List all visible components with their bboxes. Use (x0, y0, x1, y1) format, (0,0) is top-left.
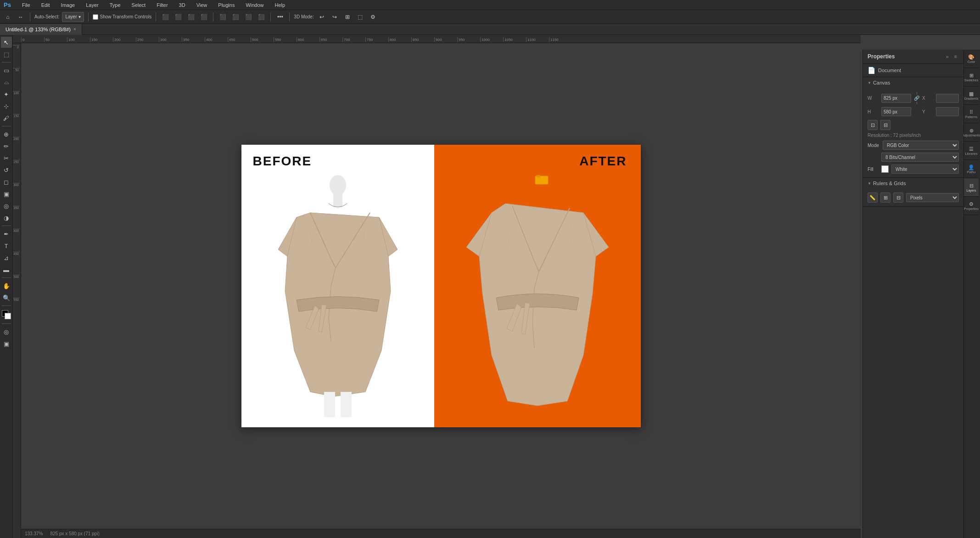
show-transform-checkbox[interactable] (93, 14, 98, 20)
menu-window[interactable]: Window (244, 1, 265, 9)
align-right-btn[interactable]: ⬛ (186, 12, 196, 22)
canvas-resize-btn[interactable]: ⊡ (868, 120, 878, 130)
canvas-section-header[interactable]: ▼ Canvas (863, 77, 963, 88)
marquee-tool[interactable]: ▭ (1, 65, 12, 76)
show-transform-label[interactable]: Show Transform Controls (93, 14, 152, 20)
rulers-grids-section: ▼ Rulers & Grids 📏 ⊞ ⊟ Pixels (863, 178, 963, 207)
ruler-mark-v: 400 (13, 229, 20, 252)
align-distribute-btn[interactable]: ⬛ (256, 12, 266, 22)
quick-mask-btn[interactable]: ◎ (1, 326, 12, 337)
history-brush[interactable]: ↺ (1, 164, 12, 176)
align-left-btn[interactable]: ⬛ (160, 12, 170, 22)
ruler-btn[interactable]: 📏 (868, 193, 878, 203)
brush-tool[interactable]: ✏ (1, 141, 12, 152)
color-panel-btn[interactable]: 🎨 Color (964, 50, 979, 68)
grid-btn[interactable]: ⊞ (880, 193, 890, 203)
menu-type[interactable]: Type (108, 1, 123, 9)
document-tab[interactable]: Untitled-1 @ 133% (RGB/8#) × (0, 24, 82, 35)
healing-tool[interactable]: ⊕ (1, 129, 12, 140)
undo-btn[interactable]: ↩ (317, 12, 327, 22)
align-bottom-btn[interactable]: ⬛ (243, 12, 253, 22)
document-canvas[interactable]: BEFORE (241, 145, 641, 427)
ruler-mark: 200 (113, 37, 136, 42)
rulers-collapse-arrow: ▼ (868, 181, 871, 186)
bit-depth-select[interactable]: 8 Bits/Channel (881, 153, 959, 162)
clone-tool[interactable]: ✂ (1, 153, 12, 164)
align-top-btn[interactable]: ⬛ (218, 12, 228, 22)
menu-filter[interactable]: Filter (155, 1, 169, 9)
menu-3d[interactable]: 3D (177, 1, 187, 9)
arrange-btn[interactable]: ⊞ (342, 12, 353, 22)
mode-select[interactable]: RGB Color (883, 141, 959, 150)
align-spacer-btn[interactable]: ⬛ (199, 12, 209, 22)
fill-select[interactable]: White (891, 164, 959, 174)
move-tool[interactable]: ↖ (1, 37, 12, 48)
canvas-fit-btn[interactable]: ⊟ (880, 120, 890, 130)
menu-edit[interactable]: Edit (39, 1, 52, 9)
align-middle-btn[interactable]: ⬛ (230, 12, 241, 22)
rulers-grids-header[interactable]: ▼ Rulers & Grids (863, 178, 963, 189)
quick-select-tool[interactable]: ✦ (1, 89, 12, 100)
crop-tool[interactable]: ⊹ (1, 101, 12, 112)
extra-btn[interactable]: ⚙ (368, 12, 378, 22)
toolbar-separator-3 (156, 12, 156, 22)
type-tool[interactable]: T (1, 240, 12, 251)
artboard-tool[interactable]: ⬚ (1, 49, 12, 60)
canvas-link-btn[interactable]: 🔗 (914, 92, 919, 104)
eraser-tool[interactable]: ◻ (1, 176, 12, 187)
svg-rect-5 (537, 175, 540, 177)
path-select-tool[interactable]: ⊿ (1, 252, 12, 263)
dodge-tool[interactable]: ◑ (1, 212, 12, 223)
patterns-panel-btn[interactable]: ⠿ Patterns (964, 105, 979, 123)
rulers-unit-select[interactable]: Pixels (906, 193, 959, 202)
adjustments-panel-btn[interactable]: ⊛ Adjustments (964, 123, 979, 142)
artboard-btn[interactable]: ⬚ (355, 12, 365, 22)
menu-layer[interactable]: Layer (84, 1, 101, 9)
background-color[interactable] (5, 313, 11, 319)
eyedropper-tool[interactable]: 🖋 (1, 113, 12, 124)
menu-file[interactable]: File (20, 1, 32, 9)
color-swatches[interactable] (2, 310, 11, 319)
pathu-panel-btn[interactable]: 👤 Pathu (964, 160, 979, 178)
layer-dropdown[interactable]: Layer ▾ (62, 12, 84, 22)
swatches-panel-btn[interactable]: ⊞ Swatches (964, 68, 979, 86)
gradients-panel-btn[interactable]: ▦ Gradients (964, 86, 979, 105)
menu-plugins[interactable]: Plugins (216, 1, 236, 9)
tab-close-btn[interactable]: × (73, 27, 76, 32)
menu-select[interactable]: Select (130, 1, 148, 9)
properties-expand-btn[interactable]: » (944, 54, 950, 59)
document-section-tab[interactable]: 📄 Document (863, 64, 963, 77)
svg-rect-3 (341, 392, 352, 417)
more-options-btn[interactable]: ••• (275, 12, 285, 22)
ruler-mark: 950 (457, 37, 480, 42)
canvas-height-input[interactable] (881, 107, 911, 116)
ruler-mark: 400 (205, 37, 228, 42)
properties-menu-btn[interactable]: ≡ (952, 54, 959, 59)
menu-help[interactable]: Help (273, 1, 287, 9)
fill-swatch[interactable] (881, 165, 889, 173)
canvas-x-input[interactable] (936, 94, 959, 103)
canvas-width-input[interactable] (881, 94, 911, 103)
pen-tool[interactable]: ✒ (1, 228, 12, 239)
ruler-mark-v: 350 (13, 206, 20, 229)
guides-btn[interactable]: ⊟ (893, 193, 903, 203)
screen-mode-btn[interactable]: ▣ (1, 338, 12, 349)
shape-tool[interactable]: ▬ (1, 264, 12, 275)
libraries-panel-btn[interactable]: ☰ Libraries (964, 142, 979, 160)
blur-tool[interactable]: ◎ (1, 200, 12, 211)
gradient-tool[interactable]: ▣ (1, 188, 12, 199)
menu-view[interactable]: View (195, 1, 209, 9)
layers-panel-btn[interactable]: ⊟ Layers (964, 178, 979, 197)
move-tool-options[interactable]: ↔ (16, 12, 26, 22)
home-button[interactable]: ⌂ (3, 12, 13, 22)
redo-btn[interactable]: ↪ (330, 12, 340, 22)
align-center-h-btn[interactable]: ⬛ (173, 12, 183, 22)
zoom-tool[interactable]: 🔍 (1, 292, 12, 303)
hand-tool[interactable]: ✋ (1, 280, 12, 291)
canvas-y-input[interactable] (936, 107, 959, 116)
lasso-tool[interactable]: ⌓ (1, 77, 12, 88)
ruler-mark: 500 (251, 37, 274, 42)
properties-panel-btn[interactable]: ⚙ Properties (964, 197, 979, 215)
menu-image[interactable]: Image (59, 1, 77, 9)
mode-row: Mode RGB Color (868, 141, 959, 150)
